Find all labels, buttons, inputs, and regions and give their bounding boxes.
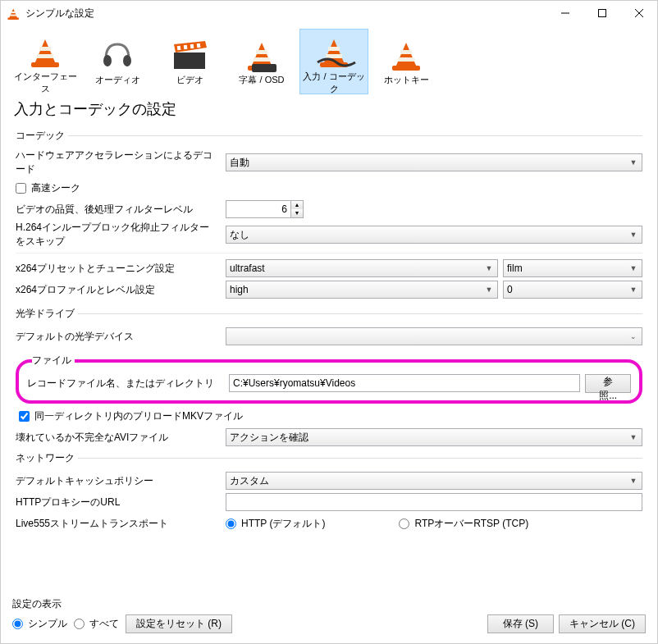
http-proxy-input[interactable]	[226, 493, 642, 511]
group-legend: ネットワーク	[16, 451, 78, 465]
page-title: 入力とコーデックの設定	[1, 94, 657, 122]
close-button[interactable]	[620, 1, 657, 25]
chevron-down-icon: ▼	[627, 158, 640, 167]
cache-policy-select[interactable]: カスタム▼	[226, 472, 642, 490]
live555-http-radio[interactable]: HTTP (デフォルト)	[226, 517, 325, 531]
cache-policy-label: デフォルトキャッシュポリシー	[16, 474, 226, 488]
h264skip-label: H.264インループブロック化抑止フィルターをスキップ	[16, 221, 226, 249]
browse-button[interactable]: 参照...	[585, 374, 631, 393]
minimize-button[interactable]	[546, 1, 583, 25]
cancel-button[interactable]: キャンセル (C)	[559, 614, 646, 633]
tab-label: オーディオ	[95, 74, 140, 86]
vlc-icon	[7, 7, 21, 20]
tab-label: 入力 / コーデック	[300, 71, 368, 95]
hwdecode-select[interactable]: 自動▼	[226, 153, 642, 171]
group-codec: コーデック ハードウェアアクセラレーションによるデコード 自動▼ 高速シーク ビ…	[16, 129, 642, 304]
chevron-down-icon: ▼	[627, 285, 640, 294]
tab-label: ホットキー	[384, 74, 429, 86]
group-optical: 光学ドライブ デフォルトの光学デバイス ⌄	[16, 307, 642, 350]
x264preset-select[interactable]: ultrafast▼	[226, 259, 498, 277]
preload-mkv-checkbox[interactable]: 同一ディレクトリ内のプリロードMKVファイル	[19, 409, 243, 423]
x264preset-label: x264プリセットとチューニング設定	[16, 262, 226, 276]
show-simple-radio[interactable]: シンプル	[12, 617, 67, 631]
save-button[interactable]: 保存 (S)	[487, 614, 554, 633]
group-file: ファイル レコードファイル名、またはディレクトリ 参照...	[16, 354, 642, 404]
chevron-down-icon: ▼	[627, 231, 640, 239]
svg-rect-11	[197, 43, 201, 48]
http-proxy-label: HTTPプロキシーのURL	[16, 496, 226, 509]
spin-up-icon[interactable]: ▲	[291, 201, 303, 209]
chevron-down-icon: ▼	[627, 264, 640, 272]
show-settings-label: 設定の表示	[12, 597, 487, 611]
tab-interface[interactable]: インターフェース	[11, 29, 80, 94]
svg-rect-10	[190, 44, 194, 49]
cone-hotkeys-icon	[386, 34, 426, 71]
fastseek-checkbox[interactable]: 高速シーク	[16, 181, 80, 195]
group-legend: コーデック	[16, 129, 68, 143]
quality-label: ビデオの品質、後処理フィルターレベル	[16, 203, 226, 217]
spin-down-icon[interactable]: ▼	[291, 209, 303, 217]
chevron-down-icon: ▼	[627, 477, 640, 485]
svg-rect-1	[598, 10, 605, 17]
titlebar: シンプルな設定	[1, 1, 657, 25]
optical-device-select[interactable]: ⌄	[226, 327, 642, 345]
svg-point-4	[103, 55, 112, 66]
x264profile-label: x264プロファイルとレベル設定	[16, 283, 226, 297]
group-legend: 光学ドライブ	[16, 307, 78, 321]
tab-hotkeys[interactable]: ホットキー	[372, 29, 441, 94]
category-toolbar: インターフェース オーディオ ビデオ 字幕 / OSD 入力 / コーデック ホ…	[1, 25, 657, 94]
tab-label: 字幕 / OSD	[239, 74, 284, 86]
optical-device-label: デフォルトの光学デバイス	[16, 330, 226, 344]
headphones-icon	[98, 34, 137, 71]
x264level-select[interactable]: 0▼	[503, 281, 642, 299]
x264profile-select[interactable]: high▼	[226, 281, 498, 299]
maximize-button[interactable]	[583, 1, 620, 25]
record-path-label: レコードファイル名、またはディレクトリ	[27, 377, 229, 391]
chevron-down-icon: ▼	[482, 264, 496, 272]
chevron-down-icon: ▼	[627, 433, 640, 441]
group-legend: ファイル	[32, 354, 75, 368]
reset-button[interactable]: 設定をリセット (R)	[126, 614, 232, 633]
record-path-input[interactable]	[229, 374, 580, 392]
tab-video[interactable]: ビデオ	[155, 29, 224, 94]
live555-label: Live555ストリームトランスポート	[16, 517, 226, 531]
svg-rect-8	[177, 46, 181, 51]
h264skip-select[interactable]: なし▼	[226, 226, 642, 244]
window-title: シンプルな設定	[25, 7, 546, 21]
broken-avi-select[interactable]: アクションを確認▼	[226, 428, 642, 446]
x264tune-select[interactable]: film▼	[503, 259, 642, 277]
quality-input[interactable]	[226, 200, 291, 218]
cone-icon	[25, 34, 65, 67]
chevron-down-icon: ▼	[482, 285, 496, 294]
footer: 設定の表示 シンプル すべて 設定をリセット (R) 保存 (S) キャンセル …	[1, 591, 657, 643]
svg-rect-6	[174, 53, 205, 69]
live555-rtp-radio[interactable]: RTPオーバーRTSP (TCP)	[399, 517, 528, 531]
svg-point-5	[123, 55, 131, 66]
cone-cable-icon	[314, 34, 354, 67]
broken-avi-label: 壊れているか不完全なAVIファイル	[16, 431, 226, 445]
hwdecode-label: ハードウェアアクセラレーションによるデコード	[16, 148, 226, 176]
settings-panel: コーデック ハードウェアアクセラレーションによるデコード 自動▼ 高速シーク ビ…	[1, 122, 657, 591]
chevron-down-icon: ⌄	[627, 332, 640, 340]
clapper-icon	[170, 34, 209, 71]
tab-subtitles[interactable]: 字幕 / OSD	[227, 29, 296, 94]
tab-label: インターフェース	[11, 71, 79, 95]
tab-label: ビデオ	[176, 74, 203, 86]
cone-subtitles-icon	[242, 34, 281, 71]
quality-spinner[interactable]: ▲▼	[226, 200, 308, 218]
group-network: ネットワーク デフォルトキャッシュポリシー カスタム▼ HTTPプロキシーのUR…	[16, 451, 642, 537]
tab-audio[interactable]: オーディオ	[83, 29, 152, 94]
svg-rect-9	[184, 45, 188, 50]
tab-input-codecs[interactable]: 入力 / コーデック	[299, 29, 368, 94]
show-all-radio[interactable]: すべて	[74, 617, 119, 631]
